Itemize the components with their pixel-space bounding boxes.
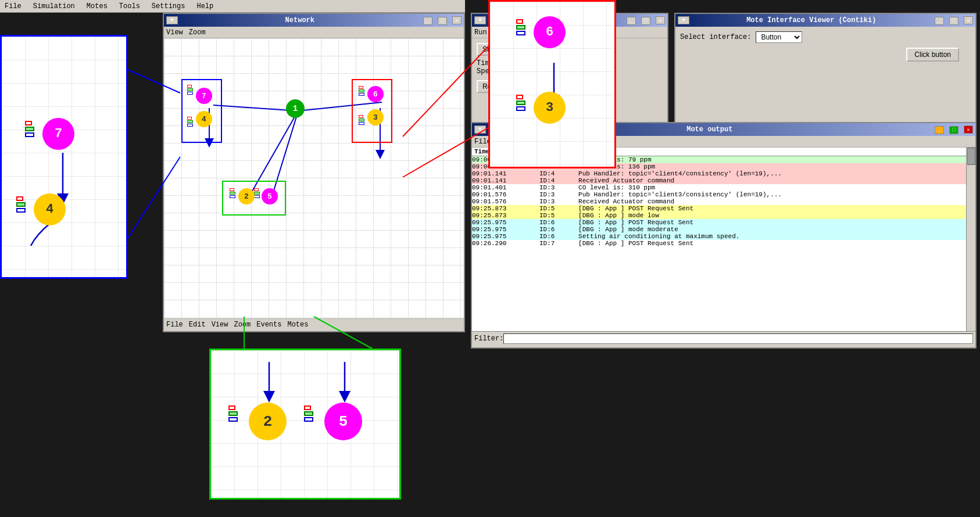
scrollbar-thumb[interactable]	[967, 148, 975, 165]
top-menubar: File Simulation Motes Tools Settings Hel…	[0, 0, 465, 13]
cell-time: 09:01.401	[472, 184, 539, 191]
panel-mote-3[interactable]: 3	[534, 92, 566, 124]
menu-simulation[interactable]: Simulation	[31, 2, 77, 10]
zoom-box-red-63	[352, 79, 392, 143]
select-interface-label: Select interface:	[680, 33, 751, 41]
network-title: Network	[178, 16, 422, 24]
mote-out-minimize[interactable]: _	[935, 126, 944, 134]
filter-bar: Filter:	[472, 331, 975, 345]
cell-time: 09:25.975	[472, 233, 539, 240]
table-row: 09:25.975 ID:6 [DBG : App ] mode moderat…	[472, 226, 975, 233]
cell-time: 09:25.975	[472, 226, 539, 233]
table-row: 09:26.290 ID:7 [DBG : App ] POST Request…	[472, 240, 975, 247]
menu-file[interactable]: File	[2, 2, 24, 10]
cell-mote: ID:5	[539, 212, 578, 219]
maximize-btn[interactable]: □	[438, 17, 447, 25]
mote-if-minimize[interactable]: _	[935, 17, 944, 25]
zoom-box-blue-74	[181, 79, 222, 143]
cell-time: 09:01.141	[472, 177, 539, 184]
panel-mote-2[interactable]: 2	[249, 403, 287, 440]
close-btn[interactable]: ✕	[452, 16, 462, 24]
zoom-box-green-25	[222, 181, 286, 216]
cell-mote: ID:6	[539, 233, 578, 240]
interface-select[interactable]: Button	[756, 31, 802, 43]
mote-interface-window: ▼ Mote Interface Viewer (Contiki) _ □ ✕ …	[674, 13, 977, 129]
cell-mote: ID:6	[539, 219, 578, 226]
menu-settings[interactable]: Settings	[149, 2, 188, 10]
minimize-btn[interactable]: _	[423, 17, 432, 25]
filter-input[interactable]	[503, 333, 973, 344]
network-bottom-menubar: File Edit View Zoom Events Motes	[164, 318, 464, 330]
panel-green-grid	[211, 350, 399, 498]
cell-message: Pub Handler: topic='client4/consistency'…	[578, 170, 975, 177]
mote-out-maximize[interactable]: □	[949, 126, 958, 134]
cell-message: Setting air conditioning at maximum spee…	[578, 233, 975, 240]
panel-mote-6[interactable]: 6	[534, 16, 566, 48]
cell-time: 09:01.576	[472, 198, 539, 205]
table-row: 09:25.975 ID:6 Setting air conditioning …	[472, 233, 975, 240]
col-message: Message	[578, 148, 975, 156]
bottom-zoom[interactable]: Zoom	[234, 321, 251, 329]
table-row: 09:25.975 ID:6 [DBG : App ] POST Request…	[472, 219, 975, 226]
cell-mote: ID:3	[539, 184, 578, 191]
zoom-panel-green: 2 5	[209, 349, 401, 500]
cell-mote: ID:5	[539, 205, 578, 212]
mote-if-maximize[interactable]: □	[949, 17, 958, 25]
cell-time: 09:25.873	[472, 205, 539, 212]
cell-time: 09:26.290	[472, 240, 539, 247]
panel-mote-4[interactable]: 4	[34, 193, 66, 225]
sim-collapse[interactable]: ▼	[474, 16, 486, 24]
output-table-container: Time Mote Message 09:00.736 ID:2 CO leve…	[472, 148, 975, 331]
menu-tools[interactable]: Tools	[117, 2, 142, 10]
output-scrollbar[interactable]	[966, 148, 975, 331]
mote-interface-titlebar: ▼ Mote Interface Viewer (Contiki) _ □ ✕	[675, 14, 975, 27]
panel-mote-7[interactable]: 7	[42, 118, 74, 150]
cell-message: CO level is: 310 ppm	[578, 184, 975, 191]
mote-if-title: Mote Interface Viewer (Contiki)	[689, 16, 933, 24]
cell-time: 09:25.873	[472, 212, 539, 219]
mote-interface-content: Select interface: Button Click button	[675, 27, 975, 66]
menu-help[interactable]: Help	[194, 2, 216, 10]
zoom-panel-red: 6 3	[488, 0, 616, 168]
sim-close[interactable]: ✕	[656, 16, 665, 24]
cell-mote: ID:4	[539, 177, 578, 184]
mote-if-close[interactable]: ✕	[964, 16, 973, 24]
bottom-view[interactable]: View	[212, 321, 228, 329]
mote-if-collapse[interactable]: ▼	[678, 16, 689, 24]
cell-mote: ID:6	[539, 226, 578, 233]
mote-out-collapse[interactable]: ▼	[474, 125, 486, 134]
cell-mote: ID:4	[539, 170, 578, 177]
zoom-panel-blue: 7 4	[0, 35, 128, 279]
menu-view[interactable]: View	[166, 28, 183, 37]
cell-message: [DBG : App ] POST Request Sent	[578, 240, 975, 247]
cell-time: 09:25.975	[472, 219, 539, 226]
sim-run[interactable]: Run	[474, 28, 487, 37]
table-row: 09:01.141 ID:4 Received Actuator command	[472, 177, 975, 184]
cell-message: CO level is: 79 ppm	[578, 156, 975, 164]
cell-message: Received Actuator command	[578, 177, 975, 184]
cell-message: Received Actuator command	[578, 198, 975, 205]
menu-zoom[interactable]: Zoom	[189, 28, 206, 37]
network-window: ▼ Network _ □ ✕ View Zoom	[163, 13, 465, 332]
panel-mote-5[interactable]: 5	[324, 403, 362, 440]
click-button[interactable]: Click button	[906, 48, 959, 62]
click-button-container: Click button	[680, 48, 959, 62]
bottom-events[interactable]: Events	[256, 321, 281, 329]
sim-maximize[interactable]: □	[641, 17, 650, 25]
table-row: 09:25.873 ID:5 [DBG : App ] mode low	[472, 212, 975, 219]
titlebar-collapse[interactable]: ▼	[166, 16, 178, 24]
mote-1[interactable]: 1	[286, 99, 305, 118]
bottom-edit[interactable]: Edit	[189, 321, 206, 329]
table-row: 09:25.873 ID:5 [DBG : App ] POST Request…	[472, 205, 975, 212]
table-row: 09:01.576 ID:3 Pub Handler: topic='clien…	[472, 191, 975, 198]
filter-label: Filter:	[474, 335, 503, 343]
bottom-file[interactable]: File	[166, 321, 183, 329]
select-interface-row: Select interface: Button	[680, 31, 971, 43]
cell-message: Pub Handler: topic='client3/consistency'…	[578, 191, 975, 198]
mote-out-close[interactable]: ✕	[964, 125, 973, 134]
sim-minimize[interactable]: _	[627, 17, 636, 25]
menu-motes[interactable]: Motes	[84, 2, 110, 10]
cell-mote: ID:3	[539, 198, 578, 205]
cell-message: [DBG : App ] POST Request Sent	[578, 205, 975, 212]
bottom-motes[interactable]: Motes	[287, 321, 308, 329]
